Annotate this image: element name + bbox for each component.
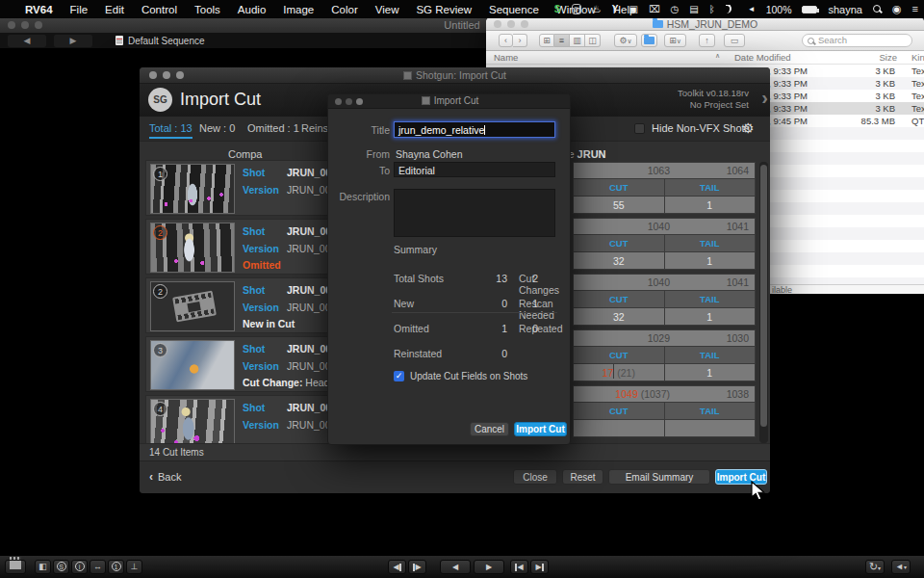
marker-button[interactable]: ⊥ — [126, 560, 142, 574]
play-forward-button[interactable]: ▶ — [474, 560, 504, 574]
from-value: Shayna Cohen — [396, 148, 462, 160]
siri-icon[interactable]: ◉ — [892, 0, 902, 18]
shot-thumbnail: 4 — [150, 399, 235, 443]
tab-total[interactable]: Total : 13 — [149, 122, 192, 139]
icon-view-button[interactable]: ⊞ — [539, 34, 554, 47]
shotgun-titlebar: Shotgun: Import Cut — [140, 67, 770, 84]
shot-thumbnail-placeholder: 2 — [150, 281, 235, 331]
loop-mode-button[interactable]: ↻▾ — [865, 560, 885, 574]
reset-button[interactable]: Reset — [562, 469, 603, 485]
chevron-down-icon: ▾ — [878, 565, 881, 571]
order-badge: 1 — [153, 167, 167, 181]
menu-item-audio[interactable]: Audio — [238, 4, 266, 15]
step-forward-button[interactable]: ▶ — [408, 560, 426, 574]
settings-button[interactable]: S — [53, 560, 69, 574]
column-date-modified[interactable]: Date Modified — [734, 52, 791, 63]
step-back-button[interactable]: ◀ — [388, 560, 406, 574]
menu-item-file[interactable]: File — [70, 4, 89, 15]
user-menu[interactable]: shayna — [828, 4, 861, 15]
keyboard-icon[interactable]: ▤ — [689, 0, 698, 18]
timeline-button[interactable]: 1 — [108, 560, 124, 574]
coverflow-view-button[interactable]: ◫ — [585, 34, 601, 47]
column-name[interactable]: Name — [494, 52, 518, 63]
display-icon[interactable]: ⌧ — [649, 0, 660, 18]
menu-item-color[interactable]: Color — [331, 4, 357, 15]
notification-center-icon[interactable]: ≡ — [912, 0, 918, 18]
close-button[interactable]: Close — [513, 469, 557, 485]
description-textarea[interactable] — [394, 189, 555, 237]
play-backward-button[interactable]: ◀ — [440, 560, 471, 574]
shot-thumbnail: 2 — [150, 223, 235, 273]
shot-thumbnail: 1 — [150, 164, 235, 214]
cancel-button[interactable]: Cancel — [470, 422, 509, 436]
column-size[interactable]: Size — [880, 52, 897, 63]
search-input[interactable]: Search — [802, 34, 912, 47]
hide-nonvfx-checkbox[interactable] — [634, 123, 645, 134]
menu-item-image[interactable]: Image — [283, 4, 314, 15]
tag-button[interactable]: ▭ — [724, 34, 745, 47]
branch-icon[interactable]: Y — [612, 0, 619, 18]
update-cut-fields-checkbox[interactable]: ✓ — [394, 371, 404, 381]
finder-titlebar: HSM_JRUN_DEMO — [486, 17, 924, 31]
shot-label: Shot — [243, 167, 265, 178]
back-button[interactable]: ‹Back — [149, 470, 181, 484]
menu-item-sgreview[interactable]: SG Review — [416, 4, 472, 15]
menu-item-tools[interactable]: Tools — [194, 4, 220, 15]
scrollbar-track[interactable] — [759, 162, 768, 443]
tab-new[interactable]: New : 0 — [199, 122, 235, 134]
arrange-button[interactable]: ⊞∨ — [664, 34, 686, 47]
rv-back-button[interactable]: ◀ — [8, 35, 46, 47]
shared-folder-button[interactable] — [641, 34, 657, 47]
email-summary-button[interactable]: Email Summary — [608, 469, 710, 485]
skitch-icon[interactable]: S — [554, 0, 561, 18]
bell-icon[interactable]: ♨ — [592, 0, 602, 18]
battery-icon — [802, 6, 817, 13]
share-button[interactable]: ↑ — [699, 34, 715, 47]
go-to-end-button[interactable]: ▶ — [530, 560, 549, 574]
menu-item-control[interactable]: Control — [141, 4, 177, 15]
camera-icon[interactable]: ▣ — [629, 0, 638, 18]
version-label: Version — [243, 184, 279, 196]
menu-item-view[interactable]: View — [375, 4, 399, 15]
title-input[interactable]: jrun_demo_relative — [394, 121, 555, 138]
rv-forward-button[interactable]: ▶ — [54, 35, 92, 47]
volume-icon: ◄ — [895, 562, 904, 571]
action-gear-button[interactable]: ⚙∨ — [614, 34, 637, 47]
to-field[interactable]: Editorial — [394, 162, 555, 177]
scrollbar-thumb[interactable] — [760, 165, 767, 427]
cut-block: 10401041 CUTTAIL 321 — [573, 274, 756, 326]
wifi-icon[interactable] — [726, 5, 737, 13]
rv-sequence-tab[interactable]: Default Sequence — [116, 36, 205, 46]
spotlight-search-icon[interactable] — [873, 5, 882, 13]
folder-icon — [653, 20, 663, 28]
volume-icon[interactable]: ◄ — [748, 0, 756, 18]
volume-button[interactable]: ◄▾ — [891, 560, 911, 574]
back-button[interactable]: ‹ — [499, 34, 513, 47]
tab-reinstated[interactable]: Reins — [301, 122, 328, 134]
clock-icon[interactable]: ◷ — [671, 0, 680, 18]
panel-toggle-button[interactable]: ◧ — [35, 560, 51, 574]
order-badge: 2 — [153, 284, 167, 299]
clapper-button[interactable] — [5, 560, 26, 574]
cut-items-count: 14 Cut Items — [149, 447, 204, 458]
update-cut-fields-label: Update Cut Fields on Shots — [410, 371, 527, 381]
shotgun-footer: ‹Back Close Reset Email Summary Import C… — [140, 460, 770, 493]
import-cut-button[interactable]: Import Cut — [514, 422, 567, 436]
swap-button[interactable]: ↔ — [90, 560, 106, 574]
gear-icon[interactable]: ⚙ — [742, 120, 755, 136]
bluetooth-icon[interactable]: ᛒ — [709, 0, 715, 18]
menu-item-app[interactable]: RV64 — [25, 4, 53, 15]
menu-item-sequence[interactable]: Sequence — [489, 4, 539, 15]
forward-button[interactable]: › — [513, 34, 527, 47]
shot-thumbnail: 3 — [150, 340, 235, 390]
rv-transport-bar: ◧ S i ↔ 1 ⊥ ◀ ▶ ◀ ▶ ◀ ▶ ↻▾ ◄▾ — [0, 555, 924, 578]
menu-item-edit[interactable]: Edit — [105, 4, 124, 15]
shield-icon[interactable]: 5 — [572, 4, 581, 14]
column-view-button[interactable]: ▥ — [570, 34, 585, 47]
tab-omitted[interactable]: Omitted : 1 — [247, 122, 299, 134]
chevron-right-icon[interactable]: › — [761, 87, 768, 109]
list-view-button[interactable]: ≡ — [554, 34, 570, 47]
column-kind[interactable]: Kin — [911, 52, 924, 63]
info-button[interactable]: i — [71, 560, 88, 574]
go-to-start-button[interactable]: ◀ — [510, 560, 528, 574]
